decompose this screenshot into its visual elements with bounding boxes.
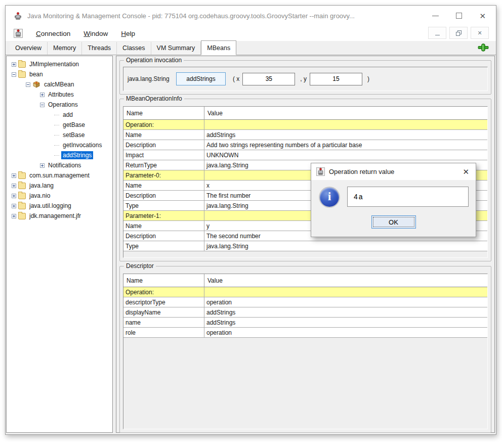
column-header-name[interactable]: Name bbox=[123, 107, 204, 119]
cell-name: Impact bbox=[123, 150, 204, 160]
cell-name: Name bbox=[123, 181, 204, 190]
info-icon bbox=[320, 188, 339, 207]
invoke-addstrings-button[interactable]: addStrings bbox=[176, 72, 226, 85]
cell-value: UNKNOWN bbox=[204, 150, 487, 160]
expand-icon[interactable] bbox=[12, 184, 16, 188]
tree-connector bbox=[54, 125, 59, 125]
cell-value: Add two strings representing numbers of … bbox=[204, 140, 487, 150]
cell-value: addStrings bbox=[204, 130, 487, 140]
table-row[interactable]: displayName addStrings bbox=[123, 307, 487, 318]
tree-item-notifications[interactable]: Notifications bbox=[7, 160, 112, 170]
tree-item-label: java.nio bbox=[28, 192, 52, 200]
tree-item-java-lang[interactable]: java.lang bbox=[7, 181, 112, 191]
cell-name: Operation: bbox=[123, 120, 204, 129]
tree-item-getbase[interactable]: getBase bbox=[7, 120, 112, 130]
tree-item-setbase[interactable]: setBase bbox=[7, 130, 112, 140]
menu-help[interactable]: Help bbox=[121, 30, 135, 37]
tree-item-addstrings[interactable]: addStrings bbox=[7, 150, 112, 160]
java-console-icon bbox=[316, 167, 325, 176]
table-row[interactable]: Type java.lang.String bbox=[123, 241, 487, 251]
tree-item-java-util-logging[interactable]: java.util.logging bbox=[7, 201, 112, 211]
tab-overview[interactable]: Overview bbox=[10, 42, 48, 55]
descriptor-table: Name Value Operation: descriptorType ope… bbox=[123, 274, 488, 429]
tab-vm-summary[interactable]: VM Summary bbox=[151, 42, 201, 55]
connection-status-icon bbox=[478, 42, 489, 53]
expand-icon[interactable] bbox=[40, 163, 45, 168]
table-row[interactable]: name addStrings bbox=[123, 318, 487, 328]
collapse-icon[interactable] bbox=[26, 82, 30, 87]
close-icon[interactable]: ✕ bbox=[479, 12, 486, 20]
maximize-icon[interactable] bbox=[456, 13, 462, 19]
return-type-label: java.lang.String bbox=[123, 75, 176, 82]
mbean-detail-pane: Operation invocation java.lang.String ad… bbox=[116, 56, 495, 433]
tree-item-operations[interactable]: Operations bbox=[7, 100, 112, 110]
menu-connection[interactable]: Connection bbox=[36, 30, 70, 37]
tab-classes[interactable]: Classes bbox=[117, 42, 151, 55]
inner-restore-button[interactable] bbox=[449, 27, 468, 39]
tree-item-add[interactable]: add bbox=[7, 110, 112, 120]
cell-value bbox=[204, 287, 487, 297]
expand-icon[interactable] bbox=[12, 204, 16, 208]
table-header: Name Value bbox=[123, 107, 487, 120]
param-y-input[interactable] bbox=[310, 73, 362, 85]
java-console-icon-small bbox=[14, 29, 23, 38]
cell-value: addStrings bbox=[204, 307, 487, 317]
table-row[interactable]: Impact UNKNOWN bbox=[123, 150, 487, 160]
tree-item-getinvocations[interactable]: getInvocations bbox=[7, 140, 112, 150]
main-content: JMImplementation bean calcMBean bbox=[6, 55, 496, 434]
tab-mbeans[interactable]: MBeans bbox=[201, 40, 236, 55]
tree-connector bbox=[54, 135, 59, 136]
column-header-value[interactable]: Value bbox=[204, 107, 487, 119]
tree-item-label: Notifications bbox=[47, 161, 82, 169]
tree-item-bean[interactable]: bean bbox=[7, 69, 112, 79]
tab-threads[interactable]: Threads bbox=[82, 42, 117, 55]
table-row[interactable]: Description Add two strings representing… bbox=[123, 140, 487, 150]
tree-item-com-sun-management[interactable]: com.sun.management bbox=[7, 170, 112, 181]
tree-item-java-nio[interactable]: java.nio bbox=[7, 191, 112, 201]
tree-item-label: java.util.logging bbox=[28, 202, 73, 210]
table-row[interactable]: Name addStrings bbox=[123, 130, 487, 140]
menu-window[interactable]: Window bbox=[83, 30, 108, 37]
collapse-icon[interactable] bbox=[40, 103, 45, 107]
table-row[interactable]: role operation bbox=[123, 328, 487, 338]
group-title: MBeanOperationInfo bbox=[124, 95, 184, 102]
folder-icon bbox=[18, 193, 26, 199]
tree-item-jmimplementation[interactable]: JMImplementation bbox=[7, 59, 112, 69]
cell-name: Description bbox=[123, 191, 204, 200]
operation-invocation-row: java.lang.String addStrings ( x , y ) bbox=[123, 67, 488, 91]
cell-name: ReturnType bbox=[123, 160, 204, 170]
minimize-icon[interactable] bbox=[432, 16, 439, 16]
inner-close-button[interactable]: ✕ bbox=[471, 27, 489, 39]
folder-icon bbox=[18, 61, 26, 68]
tab-memory[interactable]: Memory bbox=[48, 42, 82, 55]
tree-item-label: getInvocations bbox=[61, 141, 103, 149]
tree-item-label: JMImplementation bbox=[28, 60, 80, 68]
ok-button[interactable]: OK bbox=[371, 215, 416, 229]
table-row-section[interactable]: Operation: bbox=[123, 287, 487, 297]
dialog-title: Operation return value bbox=[329, 168, 394, 175]
cell-name: Operation: bbox=[123, 287, 204, 297]
tree-item-label: jdk.management.jfr bbox=[28, 212, 82, 220]
inner-minimize-button[interactable] bbox=[428, 27, 446, 39]
table-row[interactable]: descriptorType operation bbox=[123, 297, 487, 307]
expand-icon[interactable] bbox=[12, 62, 16, 67]
table-header: Name Value bbox=[123, 274, 487, 287]
expand-icon[interactable] bbox=[12, 214, 16, 218]
expand-icon[interactable] bbox=[40, 93, 45, 97]
table-row-section[interactable]: Operation: bbox=[123, 120, 487, 130]
expand-icon[interactable] bbox=[12, 173, 16, 178]
expand-icon[interactable] bbox=[12, 194, 16, 198]
tree-item-jdk-management-jfr[interactable]: jdk.management.jfr bbox=[7, 211, 112, 221]
collapse-icon[interactable] bbox=[12, 72, 16, 77]
return-value-field[interactable] bbox=[347, 187, 469, 207]
descriptor-group: Descriptor Name Value Operation: descrip… bbox=[119, 266, 491, 433]
folder-icon bbox=[18, 71, 26, 78]
dialog-close-icon[interactable]: ✕ bbox=[463, 167, 469, 176]
param-x-input[interactable] bbox=[242, 73, 295, 85]
operation-invocation-group: Operation invocation java.lang.String ad… bbox=[119, 60, 491, 95]
tree-item-attributes[interactable]: Attributes bbox=[7, 89, 112, 100]
column-header-name[interactable]: Name bbox=[123, 274, 204, 287]
column-header-value[interactable]: Value bbox=[204, 274, 487, 287]
cell-value: operation bbox=[204, 328, 487, 337]
tree-item-calcmbean[interactable]: calcMBean bbox=[7, 79, 112, 89]
